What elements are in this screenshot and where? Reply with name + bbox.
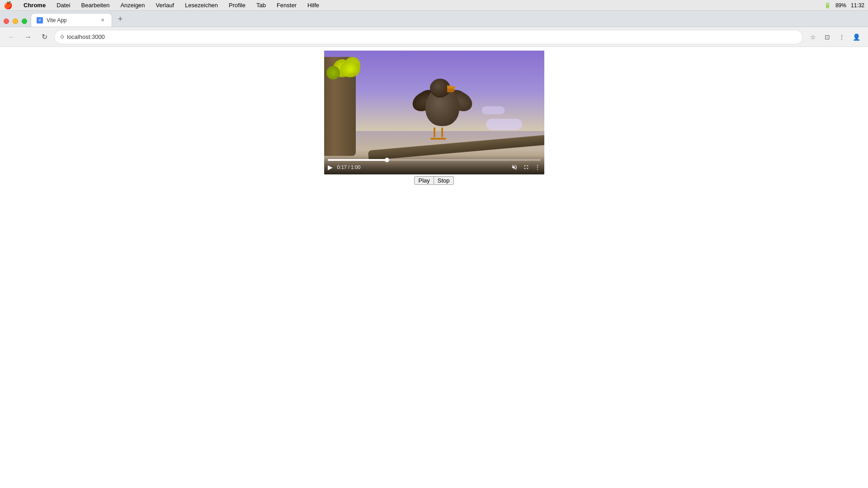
menubar-fenster[interactable]: Fenster — [275, 2, 298, 9]
url-display: localhost:3000 — [67, 33, 797, 40]
video-player[interactable]: ▶ 0:17 / 1:00 — [324, 51, 544, 174]
menubar-profile[interactable]: Profile — [227, 2, 247, 9]
refresh-button[interactable]: ↻ — [38, 31, 51, 43]
profile-button[interactable]: 👤 — [850, 31, 863, 43]
menubar-datei[interactable]: Datei — [55, 2, 72, 9]
maximize-window-button[interactable] — [22, 19, 27, 24]
menubar-lesezeichen[interactable]: Lesezeichen — [183, 2, 220, 9]
menubar-status: 🔋 89% 11:32 — [824, 2, 864, 9]
forward-button[interactable]: → — [22, 31, 34, 43]
menubar: 🍎 Chrome Datei Bearbeiten Anzeigen Verla… — [0, 0, 868, 11]
progress-dot — [385, 158, 389, 162]
bird — [416, 79, 471, 137]
progress-bar-container[interactable] — [328, 159, 541, 161]
controls-left: ▶ 0:17 / 1:00 — [328, 164, 361, 171]
bird-foot-left — [430, 138, 439, 140]
lock-icon: ⊙ — [60, 34, 64, 40]
leaf-3 — [326, 66, 340, 80]
menubar-tab[interactable]: Tab — [255, 2, 268, 9]
tree-foliage — [324, 57, 365, 93]
leaf-4 — [340, 61, 360, 77]
more-options-button[interactable]: ⋮ — [534, 164, 541, 171]
tab-vite-app[interactable]: V Vite App ✕ — [31, 13, 112, 27]
window-controls — [4, 19, 27, 27]
tab-search-button[interactable]: ⊡ — [821, 31, 834, 43]
tab-title: Vite App — [47, 17, 95, 23]
tab-close-button[interactable]: ✕ — [99, 17, 106, 24]
chrome-window: V Vite App ✕ + ← → ↻ ⊙ localhost:3000 ☆ … — [0, 11, 868, 488]
mute-button[interactable] — [511, 164, 518, 170]
battery-icon: 🔋 — [824, 2, 831, 9]
tree-trunk — [324, 57, 356, 156]
menubar-bearbeiten[interactable]: Bearbeiten — [79, 2, 111, 9]
address-input[interactable]: ⊙ localhost:3000 — [54, 30, 803, 44]
controls-right: ⋮ — [511, 164, 541, 171]
apple-menu[interactable]: 🍎 — [4, 1, 13, 9]
clock: 11:32 — [851, 2, 864, 9]
time-display: 0:17 / 1:00 — [337, 164, 361, 170]
bookmark-button[interactable]: ☆ — [807, 31, 819, 43]
bird-foot-right — [438, 138, 446, 140]
cloud-2 — [482, 106, 505, 114]
bird-leg-right — [441, 127, 443, 137]
play-button[interactable]: Play — [414, 176, 434, 185]
tab-favicon: V — [37, 17, 43, 23]
toolbar-buttons: ☆ ⊡ ⋮ 👤 — [807, 31, 863, 43]
bird-beak-lower — [447, 89, 454, 92]
close-window-button[interactable] — [4, 19, 9, 24]
bird-leg-left — [434, 127, 435, 137]
page-content: ▶ 0:17 / 1:00 — [0, 47, 868, 488]
video-button-row: Play Stop — [414, 176, 453, 185]
back-button[interactable]: ← — [5, 31, 18, 43]
tab-bar: V Vite App ✕ + — [0, 11, 868, 27]
menubar-anzeigen[interactable]: Anzeigen — [118, 2, 146, 9]
menubar-chrome[interactable]: Chrome — [22, 2, 47, 9]
cloud-1 — [486, 119, 522, 130]
battery-level: 89% — [835, 2, 846, 9]
browser-menu-button[interactable]: ⋮ — [835, 31, 848, 43]
progress-bar-fill — [328, 159, 387, 161]
address-bar: ← → ↻ ⊙ localhost:3000 ☆ ⊡ ⋮ 👤 — [0, 27, 868, 47]
minimize-window-button[interactable] — [13, 19, 18, 24]
play-pause-button[interactable]: ▶ — [328, 164, 333, 171]
controls-row: ▶ 0:17 / 1:00 — [328, 164, 541, 171]
menubar-hilfe[interactable]: Hilfe — [306, 2, 321, 9]
new-tab-button[interactable]: + — [114, 14, 127, 27]
fullscreen-button[interactable] — [523, 164, 530, 170]
menubar-verlauf[interactable]: Verlauf — [154, 2, 176, 9]
stop-button[interactable]: Stop — [434, 176, 454, 185]
video-controls-overlay: ▶ 0:17 / 1:00 — [324, 155, 544, 174]
